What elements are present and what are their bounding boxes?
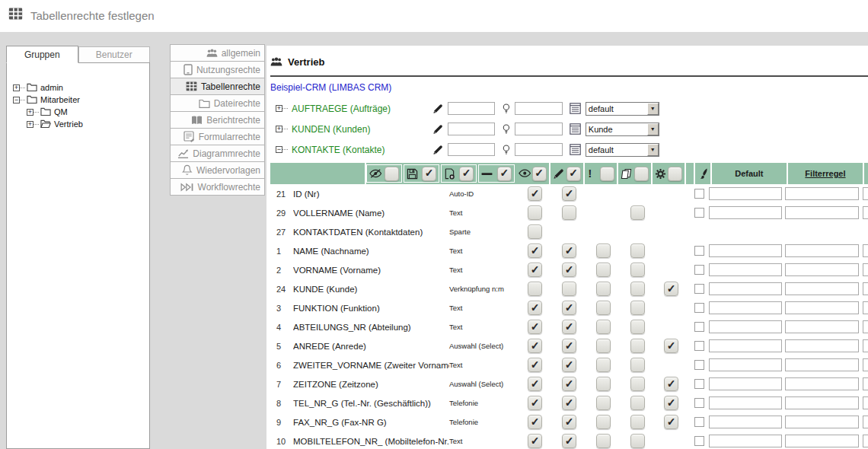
tree-node-admin[interactable]: +admin (7, 81, 149, 94)
permission-checkbox[interactable] (562, 244, 576, 258)
header-save-checkbox[interactable] (422, 167, 436, 181)
permission-checkbox[interactable] (528, 320, 542, 334)
permission-checkbox[interactable] (528, 301, 542, 315)
tree-node-vertrieb[interactable]: +Vertrieb (7, 118, 149, 130)
filter-input[interactable] (785, 396, 859, 409)
extra-input[interactable] (863, 396, 868, 409)
permission-checkbox[interactable] (528, 415, 542, 429)
nav-item-nutzungsrechte[interactable]: Nutzungsrechte (170, 61, 265, 78)
filter-input[interactable] (785, 339, 859, 352)
table-edit-input[interactable] (448, 143, 495, 156)
view-select[interactable]: Kunde▼ (586, 123, 659, 136)
permission-checkbox[interactable] (664, 415, 678, 429)
default-input[interactable] (709, 435, 782, 447)
default-input[interactable] (709, 187, 782, 200)
permission-checkbox[interactable] (562, 396, 576, 410)
extra-input[interactable] (863, 320, 868, 333)
extra-input[interactable] (863, 282, 868, 295)
permission-checkbox[interactable] (630, 301, 645, 315)
expand-toggle[interactable]: + (27, 109, 34, 116)
brush-checkbox[interactable] (694, 341, 704, 351)
permission-checkbox[interactable] (562, 301, 576, 315)
default-input[interactable] (709, 206, 782, 219)
permission-checkbox[interactable] (630, 263, 645, 277)
filter-input[interactable] (785, 244, 859, 257)
nav-item-berichtrechte[interactable]: Berichtrechte (170, 111, 265, 129)
filter-column-label[interactable]: Filterregel (805, 169, 845, 178)
permission-checkbox[interactable] (596, 301, 611, 315)
extra-input[interactable] (863, 377, 868, 390)
default-input[interactable] (709, 339, 782, 352)
permission-checkbox[interactable] (630, 205, 645, 220)
table-edit-input[interactable] (448, 102, 495, 115)
crm-database-link[interactable]: Beispiel-CRM (LIMBAS CRM) (270, 82, 391, 93)
brush-checkbox[interactable] (694, 417, 704, 427)
header-pencil-checkbox[interactable] (566, 167, 581, 181)
extra-input[interactable] (863, 358, 868, 371)
filter-input[interactable] (785, 358, 859, 371)
default-input[interactable] (709, 320, 782, 333)
permission-checkbox[interactable] (562, 339, 576, 353)
brush-checkbox[interactable] (694, 398, 704, 408)
tree-node-mitarbeiter[interactable]: −Mitarbeiter (7, 94, 149, 106)
permission-checkbox[interactable] (596, 282, 611, 296)
default-input[interactable] (709, 416, 782, 428)
nav-item-workflowrechte[interactable]: Workflowrechte (170, 178, 265, 196)
table-info-input[interactable] (515, 102, 563, 115)
tab-gruppen[interactable]: Gruppen (6, 46, 78, 63)
permission-checkbox[interactable] (562, 186, 576, 201)
permission-checkbox[interactable] (528, 224, 542, 239)
table-name-link[interactable]: KUNDEN (Kunden) (292, 124, 370, 135)
permission-checkbox[interactable] (562, 415, 576, 429)
nav-item-wiedervorlagen[interactable]: Wiedervorlagen (170, 161, 265, 179)
permission-checkbox[interactable] (528, 282, 542, 296)
table-info-input[interactable] (515, 123, 563, 135)
permission-checkbox[interactable] (596, 396, 611, 410)
brush-checkbox[interactable] (694, 322, 704, 332)
permission-checkbox[interactable] (562, 205, 576, 220)
permission-checkbox[interactable] (664, 339, 678, 353)
permission-checkbox[interactable] (630, 377, 645, 391)
header-exclamation-checkbox[interactable] (600, 167, 614, 181)
permission-checkbox[interactable] (630, 358, 645, 372)
permission-checkbox[interactable] (596, 434, 611, 448)
permission-checkbox[interactable] (630, 339, 645, 353)
filter-input[interactable] (785, 206, 859, 219)
brush-checkbox[interactable] (694, 284, 704, 294)
filter-input[interactable] (785, 416, 859, 428)
header-page-add-checkbox[interactable] (459, 167, 474, 181)
filter-input[interactable] (785, 187, 859, 200)
permission-checkbox[interactable] (528, 244, 542, 258)
permission-checkbox[interactable] (664, 377, 678, 391)
header-minus-checkbox[interactable] (497, 167, 512, 181)
collapse-toggle[interactable]: − (13, 97, 20, 103)
select-arrow-icon[interactable]: ▼ (647, 123, 659, 135)
extra-input[interactable] (863, 416, 868, 428)
default-input[interactable] (709, 396, 782, 409)
permission-checkbox[interactable] (596, 320, 611, 334)
permission-checkbox[interactable] (596, 415, 611, 429)
permission-checkbox[interactable] (630, 415, 645, 429)
filter-input[interactable] (785, 320, 859, 333)
permission-checkbox[interactable] (528, 205, 542, 220)
table-edit-input[interactable] (448, 123, 495, 135)
nav-item-allgemein[interactable]: allgemein (170, 44, 265, 62)
extra-input[interactable] (863, 187, 868, 200)
permission-checkbox[interactable] (562, 377, 576, 391)
filter-input[interactable] (785, 282, 859, 295)
extra-input[interactable] (863, 435, 868, 447)
permission-checkbox[interactable] (630, 282, 645, 296)
permission-checkbox[interactable] (596, 339, 611, 353)
header-gear-checkbox[interactable] (668, 167, 682, 181)
extra-input[interactable] (863, 301, 868, 314)
nav-item-diagrammrechte[interactable]: Diagrammrechte (170, 145, 265, 162)
permission-checkbox[interactable] (562, 358, 576, 372)
filter-input[interactable] (785, 435, 859, 447)
nav-item-tabellenrechte[interactable]: Tabellenrechte (170, 78, 265, 95)
filter-input[interactable] (785, 377, 859, 390)
permission-checkbox[interactable] (528, 339, 542, 353)
expand-toggle[interactable]: + (276, 126, 282, 132)
permission-checkbox[interactable] (630, 396, 645, 410)
permission-checkbox[interactable] (630, 320, 645, 334)
permission-checkbox[interactable] (630, 244, 645, 258)
